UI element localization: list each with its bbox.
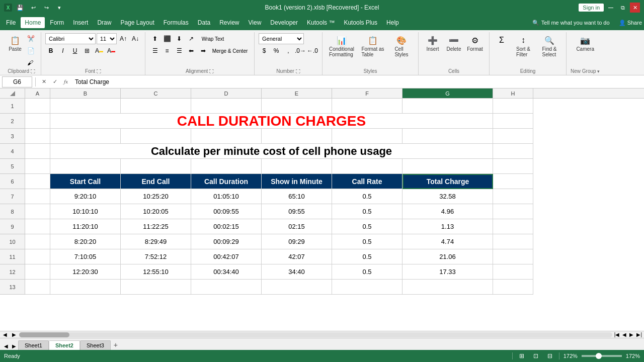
cell-B12[interactable]: 12:20:30 [50,264,121,280]
cell-G10[interactable]: 4.74 [403,234,493,249]
add-sheet-button[interactable]: + [111,340,121,350]
cell-G12[interactable]: 17.33 [403,264,493,280]
cell-C6[interactable]: End Call [121,174,191,189]
cell-D13[interactable] [191,280,262,295]
percent-btn[interactable]: % [271,45,282,56]
col-header-f[interactable]: F [332,88,403,99]
sheet-tab-sheet3[interactable]: Sheet3 [80,340,111,350]
close-btn[interactable]: ✕ [630,3,640,13]
scroll-thumb[interactable] [19,332,69,337]
menu-page-layout[interactable]: Page Layout [116,17,158,28]
cell-B6[interactable]: Start Call [50,174,121,189]
cell-A8[interactable] [25,204,50,219]
cell-F13[interactable] [332,280,403,295]
camera-button[interactable]: 📷 Camera [573,33,598,53]
scroll-right-btn[interactable]: ▶ [10,331,18,338]
cell-H1[interactable] [493,99,533,114]
cell-D6[interactable]: Call Duration [191,174,262,189]
orientation-btn[interactable]: ↗ [186,33,197,44]
copy-button[interactable]: 📄 [25,45,37,56]
cell-B11[interactable]: 7:10:05 [50,249,121,264]
col-header-c[interactable]: C [121,88,191,99]
col-header-e[interactable]: E [262,88,332,99]
cell-C9[interactable]: 11:22:25 [121,219,191,234]
cell-A11[interactable] [25,249,50,264]
sheet-tab-sheet2[interactable]: Sheet2 [49,340,80,350]
sheet-tab-sheet1[interactable]: Sheet1 [18,340,49,350]
col-header-d[interactable]: D [191,88,262,99]
format-button[interactable]: ⚙ Format [465,33,485,53]
nav-prev-btn[interactable]: ◀ [621,332,627,337]
menu-form[interactable]: Form [46,17,68,28]
row-header-12[interactable]: 12 [0,264,25,280]
cell-D11[interactable]: 00:42:07 [191,249,262,264]
align-bottom-btn[interactable]: ⬇ [174,33,185,44]
cell-C13[interactable] [121,280,191,295]
cell-E12[interactable]: 34:40 [262,264,332,280]
zoom-slider[interactable] [582,355,622,357]
row-header-8[interactable]: 8 [0,204,25,219]
cell-F1[interactable] [332,99,403,114]
cell-E6[interactable]: Show in Minute [262,174,332,189]
underline-button[interactable]: U [69,45,80,56]
row-header-2[interactable]: 2 [0,114,25,129]
cell-F3[interactable] [332,129,403,144]
cell-B7[interactable]: 9:20:10 [50,189,121,204]
cell-A6[interactable] [25,174,50,189]
page-break-view-btn[interactable]: ⊟ [545,351,555,361]
cell-D8[interactable]: 00:09:55 [191,204,262,219]
delete-button[interactable]: ➖ Delete [444,33,464,53]
menu-developer[interactable]: Developer [266,17,302,28]
merge-center-btn[interactable]: Merge & Center [210,45,250,56]
menu-help[interactable]: Help [382,17,403,28]
cell-H8[interactable] [493,204,533,219]
menu-review[interactable]: Review [215,17,243,28]
fill-color-button[interactable]: A▬ [94,45,105,56]
cell-F5[interactable] [332,159,403,174]
scroll-left-btn[interactable]: ◀ [1,331,9,338]
cell-E11[interactable]: 42:07 [262,249,332,264]
cell-G6[interactable]: Total Charge [403,174,493,189]
col-header-b[interactable]: B [50,88,121,99]
cell-F9[interactable]: 0.5 [332,219,403,234]
cell-H2[interactable] [493,114,533,129]
row-header-4[interactable]: 4 [0,144,25,159]
cell-G5[interactable] [403,159,493,174]
cell-A2[interactable] [25,114,50,129]
font-size-select[interactable]: 11 [97,33,117,44]
col-header-h[interactable]: H [493,88,533,99]
cell-reference-input[interactable] [2,76,32,87]
cell-F10[interactable]: 0.5 [332,234,403,249]
cell-B5[interactable] [50,159,121,174]
wrap-text-btn[interactable]: Wrap Text [198,33,228,44]
row-header-5[interactable]: 5 [0,159,25,174]
confirm-formula-btn[interactable]: ✓ [50,77,60,87]
cell-C10[interactable]: 8:29:49 [121,234,191,249]
save-btn[interactable]: 💾 [15,3,25,13]
cell-C7[interactable]: 10:25:20 [121,189,191,204]
cell-E8[interactable]: 09:55 [262,204,332,219]
cell-E9[interactable]: 02:15 [262,219,332,234]
cell-B4[interactable]: Calculate per minute cost of cell phone … [50,144,493,159]
cell-A7[interactable] [25,189,50,204]
align-center-btn[interactable]: ≡ [162,45,173,56]
menu-file[interactable]: File [2,17,20,28]
cell-E13[interactable] [262,280,332,295]
tell-me-search[interactable]: Tell me what you want to do [541,20,610,26]
cell-G1[interactable] [403,99,493,114]
cell-A10[interactable] [25,234,50,249]
cell-B9[interactable]: 11:20:10 [50,219,121,234]
font-color-button[interactable]: A▬ [106,45,117,56]
cell-C1[interactable] [121,99,191,114]
cell-F8[interactable]: 0.5 [332,204,403,219]
customize-btn[interactable]: ▾ [54,3,64,13]
cell-H4[interactable] [493,144,533,159]
row-header-10[interactable]: 10 [0,234,25,249]
page-layout-view-btn[interactable]: ⊡ [531,351,541,361]
cancel-formula-btn[interactable]: ✕ [39,77,49,87]
font-family-select[interactable]: Calibri [45,33,96,44]
cell-A3[interactable] [25,129,50,144]
select-all-button[interactable] [0,88,25,99]
cell-F11[interactable]: 0.5 [332,249,403,264]
sort-filter-button[interactable]: ↕ Sort &Filter [511,33,536,58]
